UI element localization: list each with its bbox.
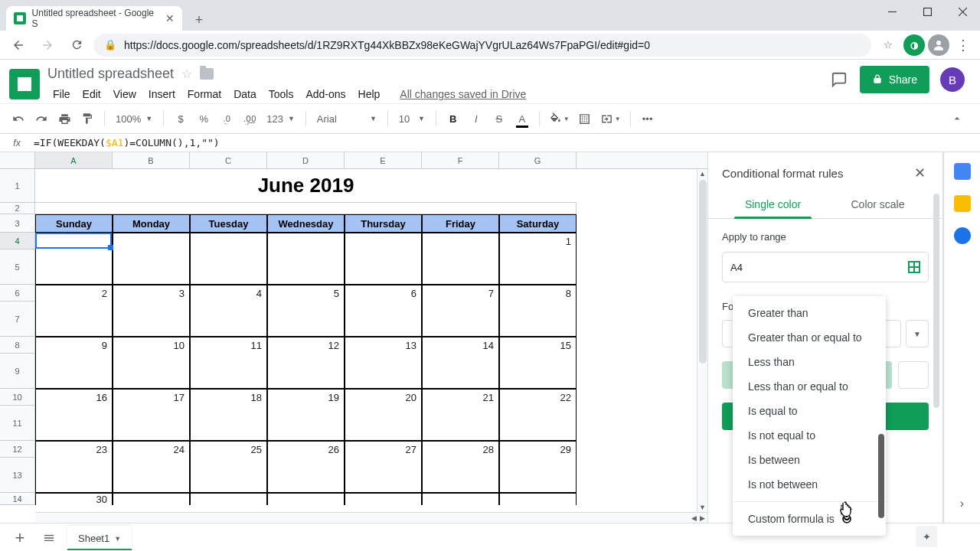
date-cell[interactable] [113,493,190,505]
menu-insert[interactable]: Insert [143,85,181,103]
strikethrough-button[interactable]: S [488,108,510,129]
menu-edit[interactable]: Edit [77,85,106,103]
date-cell[interactable]: 14 [422,337,499,354]
date-cell[interactable]: 17 [113,389,190,406]
date-cell[interactable]: 6 [345,285,422,302]
dropdown-option[interactable]: Less than or equal to [733,374,886,399]
date-cell[interactable]: 2 [35,285,113,302]
day-header[interactable]: Wednesday [267,214,345,233]
date-cell[interactable] [499,493,577,505]
document-title[interactable]: Untitled spreadsheet [47,66,174,82]
account-avatar[interactable]: B [940,67,965,92]
menu-addons[interactable]: Add-ons [300,85,351,103]
day-header[interactable]: Sunday [35,214,113,233]
dropdown-scrollbar[interactable] [878,434,884,518]
tab-color-scale[interactable]: Color scale [825,191,930,218]
date-cell[interactable]: 20 [345,389,422,406]
col-header-b[interactable]: B [113,152,190,168]
date-cell[interactable]: 13 [345,337,422,354]
redo-button[interactable] [31,108,52,129]
calendar-title[interactable]: June 2019 [35,169,577,203]
keep-addon-icon[interactable] [954,195,971,212]
star-icon[interactable]: ☆ [181,67,192,81]
day-header[interactable]: Monday [113,214,190,233]
dropdown-option-custom[interactable]: Custom formula is [733,507,886,531]
col-header-c[interactable]: C [190,152,267,168]
sheets-logo-icon[interactable] [9,69,40,99]
date-cell[interactable]: 21 [422,389,499,406]
borders-button[interactable] [574,108,596,129]
chrome-menu-button[interactable]: ⋮ [952,37,974,54]
date-cell[interactable] [422,233,499,249]
sidebar-close-button[interactable]: ✕ [910,165,929,181]
date-cell[interactable]: 28 [422,441,499,458]
explore-button[interactable]: ✦ [916,526,937,547]
col-header-d[interactable]: D [267,152,345,168]
all-sheets-button[interactable] [38,527,60,549]
address-bar[interactable]: 🔒 https://docs.google.com/spreadsheets/d… [93,34,871,57]
dropdown-option[interactable]: Greater than [733,301,886,325]
date-cell[interactable]: 5 [267,285,345,302]
date-cell[interactable]: 15 [499,337,577,354]
date-cell[interactable] [113,233,190,249]
calendar-addon-icon[interactable] [954,163,971,180]
print-button[interactable] [54,108,75,129]
move-folder-icon[interactable] [200,68,214,80]
date-cell[interactable] [345,493,422,505]
font-size-select[interactable]: 10▼ [394,109,430,129]
increase-decimal-button[interactable]: .0͟0→ [239,108,260,129]
collapse-toolbar-button[interactable] [946,108,968,129]
format-currency-button[interactable]: $ [170,108,191,129]
more-formats-button[interactable]: 123▼ [262,109,299,129]
date-cell[interactable]: 3 [113,285,190,302]
col-header-e[interactable]: E [345,152,422,168]
date-cell[interactable]: 1 [499,233,577,249]
dropdown-option[interactable]: Is not between [733,472,886,497]
window-maximize-button[interactable] [910,0,945,23]
date-cell[interactable] [190,493,267,505]
formula-input[interactable]: =IF(WEEKDAY($A1)=COLUMN(),1,"") [34,137,220,148]
horizontal-scrollbar[interactable]: ◀▶ [35,512,707,523]
dropdown-option[interactable]: Less than [733,350,886,374]
dropdown-option[interactable]: Is between [733,448,886,472]
date-cell[interactable]: 11 [190,337,267,354]
menu-format[interactable]: Format [182,85,227,103]
day-header[interactable]: Thursday [345,214,422,233]
browser-tab[interactable]: Untitled spreadsheet - Google S ✕ [6,6,182,31]
date-cell[interactable] [267,233,345,249]
date-cell[interactable] [345,233,422,249]
comments-icon[interactable] [829,70,849,90]
date-cell[interactable]: 19 [267,389,345,406]
nav-reload-button[interactable] [64,33,89,57]
save-status[interactable]: All changes saved in Drive [394,85,531,103]
date-cell[interactable] [422,493,499,505]
text-color-button[interactable]: A [511,108,533,129]
side-rail-expand-button[interactable]: › [960,497,964,510]
date-cell[interactable]: 29 [499,441,577,458]
date-cell[interactable]: 23 [35,441,113,458]
date-cell[interactable]: 4 [190,285,267,302]
toolbar-more-button[interactable]: ••• [637,108,658,129]
date-cell[interactable]: 24 [113,441,190,458]
date-cell[interactable]: 8 [499,285,577,302]
date-cell[interactable] [35,233,113,249]
date-cell[interactable]: 30 [35,493,113,505]
spreadsheet-grid[interactable]: 1June 2019 2 3 Sunday Monday Tuesday Wed… [0,169,707,523]
tab-single-color[interactable]: Single color [720,191,825,218]
dropdown-option[interactable]: Is equal to [733,399,886,423]
date-cell[interactable]: 10 [113,337,190,354]
select-range-icon[interactable] [908,261,920,273]
select-all-corner[interactable] [0,152,35,168]
dropdown-option[interactable]: Greater than or equal to [733,325,886,350]
rule-dropdown-toggle[interactable]: ▼ [906,320,929,347]
date-cell[interactable]: 25 [190,441,267,458]
date-cell[interactable]: 12 [267,337,345,354]
date-cell[interactable]: 26 [267,441,345,458]
sidebar-scrollbar[interactable] [933,194,939,515]
bold-button[interactable]: B [443,108,464,129]
format-preview-alt[interactable] [898,361,929,389]
window-minimize-button[interactable] [874,0,910,23]
nav-back-button[interactable] [6,33,31,57]
paint-format-button[interactable] [77,108,98,129]
dropdown-option[interactable]: Is not equal to [733,423,886,448]
